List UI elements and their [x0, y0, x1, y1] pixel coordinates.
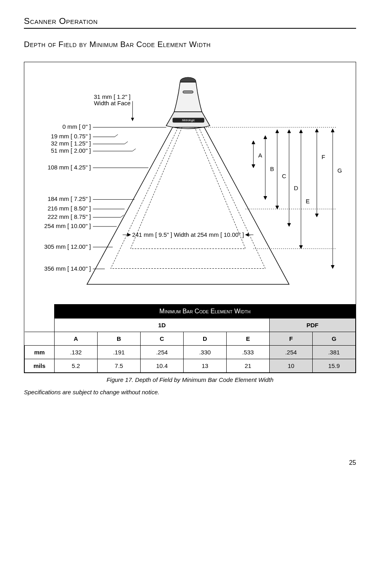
brand-label: Metrologic: [182, 119, 195, 122]
col-g: G: [313, 332, 356, 346]
col-f: F: [270, 332, 313, 346]
svg-marker-53: [331, 265, 334, 269]
svg-marker-59: [127, 233, 131, 236]
svg-marker-36: [276, 130, 279, 133]
fov-dash-2: [131, 127, 246, 248]
col-d: D: [184, 332, 227, 346]
svg-text:A: A: [258, 152, 262, 159]
section-title: Scanner Operation: [24, 16, 356, 29]
svg-text:32 mm [ 1.25" ]: 32 mm [ 1.25" ]: [51, 140, 91, 147]
diagram-svg: Metrologic 31 mm [ 1.2" ] Width at Face …: [31, 74, 349, 296]
svg-text:254 mm [ 10.00" ]: 254 mm [ 10.00" ]: [44, 222, 91, 229]
sub-title: Depth of Field by Minimum Bar Code Eleme…: [24, 40, 356, 49]
svg-marker-28: [252, 141, 255, 144]
svg-marker-49: [315, 214, 318, 217]
svg-marker-32: [264, 136, 267, 139]
svg-marker-44: [300, 130, 303, 133]
element-width-table: Minimum Bar Code Element Width 1D PDF A …: [24, 304, 356, 373]
svg-text:0 mm [ 0" ]: 0 mm [ 0" ]: [63, 123, 91, 130]
distance-labels: 0 mm [ 0" ] 19 mm [ 0.75" ] 32 mm [ 1.25…: [44, 123, 91, 271]
svg-text:222 mm [ 8.75" ]: 222 mm [ 8.75" ]: [47, 213, 91, 220]
col-c: C: [141, 332, 184, 346]
svg-marker-41: [288, 223, 291, 226]
svg-text:305 mm [ 12.00" ]: 305 mm [ 12.00" ]: [44, 243, 91, 250]
svg-marker-52: [331, 129, 334, 132]
svg-marker-29: [252, 165, 255, 168]
svg-text:51 mm [ 2.00" ]: 51 mm [ 2.00" ]: [51, 147, 91, 154]
svg-text:G: G: [337, 167, 342, 174]
svg-marker-4: [131, 118, 134, 121]
width-at-distance-label: 241 mm [ 9.5" ] Width at 254 mm [ 10.00"…: [132, 231, 244, 238]
svg-text:D: D: [294, 185, 298, 191]
page-number: 25: [24, 459, 356, 466]
depth-of-field-diagram: Metrologic 31 mm [ 1.2" ] Width at Face …: [24, 62, 356, 304]
svg-text:F: F: [321, 153, 325, 160]
col-e: E: [227, 332, 270, 346]
col-a: A: [55, 332, 98, 346]
svg-marker-33: [264, 196, 267, 199]
group-1d-header: 1D: [55, 319, 270, 332]
right-brackets: A B C D E F: [204, 127, 342, 268]
col-b: B: [98, 332, 141, 346]
svg-text:356 mm [ 14.00" ]: 356 mm [ 14.00" ]: [44, 265, 91, 272]
svg-marker-37: [276, 206, 279, 209]
svg-marker-45: [300, 246, 303, 249]
svg-text:E: E: [306, 198, 310, 205]
scanner-icon: Metrologic: [166, 77, 210, 129]
row-mm: mm .132 .191 .254 .330 .533 .254 .381: [25, 346, 356, 359]
svg-text:C: C: [282, 173, 286, 179]
fov-outer: [87, 127, 289, 284]
svg-marker-40: [288, 130, 291, 133]
leader-lines: [93, 127, 166, 269]
figure-caption: Figure 17. Depth of Field by Minimum Bar…: [24, 376, 356, 383]
spec-note: Specifications are subject to change wit…: [24, 389, 356, 395]
svg-text:108 mm [ 4.25" ]: 108 mm [ 4.25" ]: [47, 164, 91, 171]
table-title-band: Minimum Bar Code Element Width: [55, 305, 356, 319]
face-width-line2: Width at Face: [94, 100, 131, 106]
svg-text:216 mm [ 8.50" ]: 216 mm [ 8.50" ]: [47, 205, 91, 212]
svg-text:B: B: [270, 165, 274, 172]
row-mils: mils 5.2 7.5 10.4 13 21 10 15.9: [25, 359, 356, 373]
svg-text:184 mm [ 7.25" ]: 184 mm [ 7.25" ]: [47, 195, 91, 202]
svg-marker-48: [315, 129, 318, 132]
figure-container: Metrologic 31 mm [ 1.2" ] Width at Face …: [24, 62, 356, 373]
svg-marker-61: [245, 233, 249, 236]
svg-text:19 mm [ 0.75" ]: 19 mm [ 0.75" ]: [51, 133, 91, 140]
group-pdf-header: PDF: [270, 319, 356, 332]
svg-rect-1: [183, 91, 193, 93]
face-width-line1: 31 mm [ 1.2" ]: [94, 93, 130, 100]
